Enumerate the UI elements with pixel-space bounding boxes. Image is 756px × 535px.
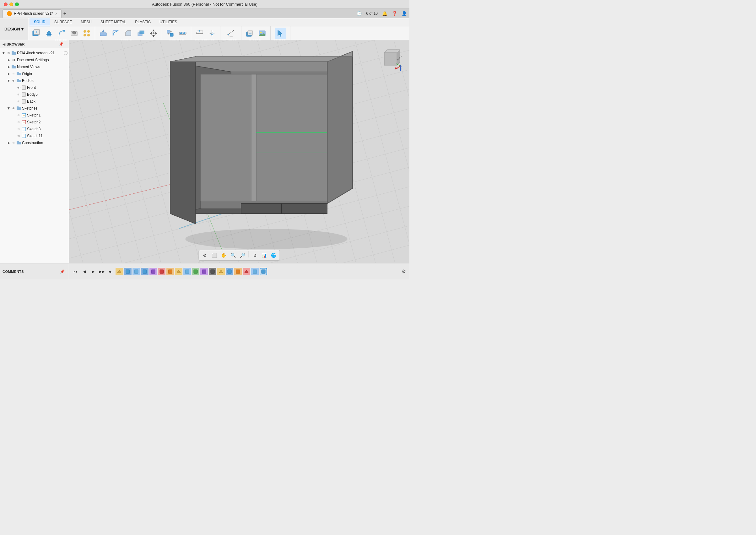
- fullscreen-button[interactable]: [15, 3, 19, 6]
- timeline-item-6[interactable]: [158, 268, 165, 275]
- comments-expand-icon[interactable]: 📌: [60, 269, 65, 274]
- tree-arrow-doc-settings[interactable]: ▶: [6, 57, 11, 63]
- account-icon[interactable]: 👤: [402, 11, 407, 16]
- tree-item-sketch8[interactable]: ▶ 👁 Sketch8: [0, 126, 69, 132]
- viewport-environment-btn[interactable]: 🌐: [270, 251, 278, 259]
- help-icon[interactable]: ❓: [392, 11, 397, 16]
- tab-mesh[interactable]: MESH: [76, 18, 96, 26]
- tree-eye-sketch8[interactable]: 👁: [16, 127, 21, 131]
- history-icon[interactable]: 🕐: [356, 11, 362, 16]
- revolve-icon[interactable]: [56, 28, 67, 39]
- viewport-display-btn[interactable]: 🖥: [251, 251, 259, 259]
- tree-radio-root[interactable]: [64, 51, 68, 55]
- create-new-icon[interactable]: [31, 28, 42, 39]
- tree-item-named-views[interactable]: ▶ Named Views: [0, 64, 69, 70]
- timeline-item-4[interactable]: [141, 268, 149, 275]
- notifications-icon[interactable]: 🔔: [382, 11, 387, 16]
- tree-arrow-named-views[interactable]: ▶: [6, 64, 11, 70]
- timeline-prev-btn[interactable]: ◀: [80, 268, 88, 275]
- tree-eye-back[interactable]: 👁: [16, 99, 21, 104]
- timeline-item-17[interactable]: [251, 268, 259, 275]
- tab-plastic[interactable]: PLASTIC: [130, 18, 155, 26]
- tree-eye-front[interactable]: 👁: [16, 85, 21, 90]
- timeline-item-3[interactable]: [132, 268, 140, 275]
- viewcube[interactable]: RIGHT: [378, 46, 403, 71]
- hole-icon[interactable]: [69, 28, 80, 39]
- insert-mesh-icon[interactable]: [244, 28, 255, 39]
- tab-surface[interactable]: SURFACE: [50, 18, 77, 26]
- chamfer-icon[interactable]: [123, 28, 134, 39]
- tree-eye-construction[interactable]: 👁: [11, 140, 16, 145]
- tree-item-bodies[interactable]: ▶ 👁 Bodies: [0, 77, 69, 84]
- move-icon[interactable]: [148, 28, 159, 39]
- tree-item-sketch1[interactable]: ▶ 👁 Sketch1: [0, 112, 69, 119]
- tree-eye-root[interactable]: 👁: [6, 50, 11, 56]
- timeline-next-btn[interactable]: ▶▶: [98, 268, 105, 275]
- viewport-zoom-btn[interactable]: 🔍: [229, 251, 238, 259]
- document-tab[interactable]: 🟠 RPi4 4inch screen v21* ✕: [3, 10, 62, 17]
- press-pull-icon[interactable]: [98, 28, 109, 39]
- tree-item-doc-settings[interactable]: ▶ ⚙ Document Settings: [0, 57, 69, 64]
- sidebar-back-icon[interactable]: ◀: [3, 42, 5, 46]
- viewport-settings-btn[interactable]: ⚙: [201, 251, 209, 259]
- tab-sheet-metal[interactable]: SHEET METAL: [96, 18, 130, 26]
- viewport[interactable]: RIGHT ⚙ ⬜ ✋ 🔍 🔎 🖥 📊 🌐: [69, 40, 409, 263]
- timeline-item-7[interactable]: [166, 268, 174, 275]
- timeline-item-13[interactable]: [217, 268, 225, 275]
- offset-plane-icon[interactable]: [194, 28, 205, 39]
- measure-icon[interactable]: ⟷: [225, 28, 237, 39]
- timeline-item-5[interactable]: [150, 268, 157, 275]
- rigid-group-icon[interactable]: [177, 28, 188, 39]
- tree-item-origin[interactable]: ▶ 👁 Origin: [0, 70, 69, 77]
- timeline-settings-button[interactable]: ⚙: [399, 267, 408, 276]
- timeline-start-btn[interactable]: ⏮: [71, 268, 79, 275]
- viewport-zoom-fit-btn[interactable]: 🔎: [238, 251, 247, 259]
- timeline-item-11[interactable]: [200, 268, 208, 275]
- tree-eye-body5[interactable]: 👁: [16, 92, 21, 97]
- insert-image-icon[interactable]: [257, 28, 268, 39]
- close-button[interactable]: [4, 3, 8, 6]
- tree-item-body5[interactable]: ▶ 👁 Body5: [0, 91, 69, 98]
- tree-eye-sketch2[interactable]: 👁: [16, 120, 21, 125]
- timeline-item-14[interactable]: [226, 268, 233, 275]
- tree-eye-origin[interactable]: 👁: [11, 71, 16, 76]
- joint-icon[interactable]: [164, 28, 176, 39]
- tree-item-sketch2[interactable]: ▶ 👁 Sketch2: [0, 119, 69, 126]
- design-button[interactable]: DESIGN ▾: [0, 18, 28, 40]
- minimize-button[interactable]: [10, 3, 13, 6]
- tree-eye-sketch1[interactable]: 👁: [16, 113, 21, 118]
- timeline-end-btn[interactable]: ⏭: [107, 268, 114, 275]
- tree-arrow-root[interactable]: ▶: [1, 50, 6, 56]
- viewport-grid-btn[interactable]: ⬜: [210, 251, 218, 259]
- tab-close-button[interactable]: ✕: [55, 12, 57, 15]
- timeline-item-1[interactable]: [116, 268, 123, 275]
- tree-eye-sketch11[interactable]: 👁: [16, 133, 21, 138]
- timeline-item-15[interactable]: [234, 268, 242, 275]
- extrude-icon[interactable]: [43, 28, 55, 39]
- tree-eye-sketches[interactable]: 👁: [11, 106, 16, 111]
- timeline-item-9[interactable]: [183, 268, 191, 275]
- axis-icon[interactable]: [206, 28, 217, 39]
- tab-solid[interactable]: SOLID: [30, 18, 50, 26]
- tree-arrow-bodies[interactable]: ▶: [6, 78, 11, 83]
- sidebar-pin-icon[interactable]: 📌: [59, 42, 64, 46]
- new-tab-button[interactable]: +: [64, 11, 66, 16]
- pattern-icon[interactable]: [81, 28, 92, 39]
- fillet-icon[interactable]: [110, 28, 122, 39]
- timeline-item-8[interactable]: [175, 268, 182, 275]
- tree-item-sketch11[interactable]: ▶ 👁 Sketch11: [0, 132, 69, 139]
- tree-item-back[interactable]: ▶ 👁 Back: [0, 98, 69, 105]
- tab-utilities[interactable]: UTILITIES: [155, 18, 182, 26]
- timeline-item-18-active[interactable]: [260, 268, 267, 275]
- tree-item-construction[interactable]: ▶ 👁 Construction: [0, 139, 69, 146]
- tree-item-root[interactable]: ▶ 👁 RPi4 4inch screen v21: [0, 50, 69, 57]
- tree-arrow-sketches[interactable]: ▶: [6, 106, 11, 111]
- viewport-visual-style-btn[interactable]: 📊: [260, 251, 268, 259]
- timeline-item-16[interactable]: [243, 268, 250, 275]
- combine-icon[interactable]: [135, 28, 147, 39]
- timeline-item-2[interactable]: [124, 268, 131, 275]
- select-icon[interactable]: [275, 28, 286, 39]
- tree-eye-bodies[interactable]: 👁: [11, 78, 16, 83]
- tree-arrow-construction[interactable]: ▶: [6, 140, 11, 145]
- tree-item-sketches[interactable]: ▶ 👁 Sketches: [0, 105, 69, 112]
